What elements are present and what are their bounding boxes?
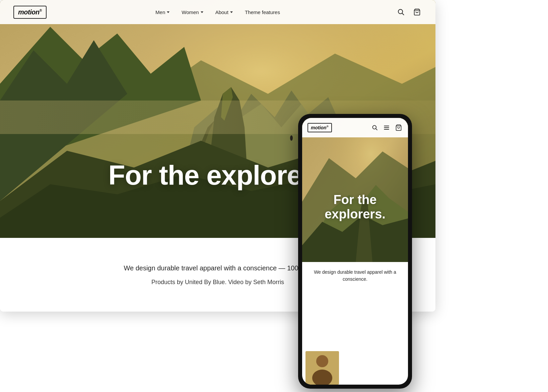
svg-rect-27 xyxy=(302,118,408,262)
mobile-screen: For the explorers. motion® xyxy=(302,118,408,385)
cart-icon xyxy=(395,124,402,131)
mobile-subtext-text: We design durable travel apparel with a … xyxy=(309,269,401,283)
search-icon xyxy=(372,125,378,131)
nav-item-men[interactable]: Men xyxy=(155,9,169,15)
search-icon xyxy=(397,8,405,16)
mobile-nav-icons xyxy=(371,124,403,132)
svg-point-17 xyxy=(398,9,403,14)
cart-icon xyxy=(413,8,421,16)
subtext-primary: We design durable travel apparel with a … xyxy=(124,263,312,273)
desktop-logo[interactable]: motion® xyxy=(13,6,47,19)
mobile-hero: For the explorers. xyxy=(302,118,408,262)
chevron-down-icon xyxy=(167,11,169,13)
mobile-search-button[interactable] xyxy=(371,124,379,131)
subtext-secondary: Products by United By Blue. Video by Set… xyxy=(151,278,284,287)
nav-link-about[interactable]: About xyxy=(215,9,233,15)
svg-point-28 xyxy=(372,125,376,129)
nav-item-about[interactable]: About xyxy=(215,9,233,15)
nav-item-theme-features[interactable]: Theme features xyxy=(245,9,280,15)
mobile-device: For the explorers. motion® xyxy=(298,114,412,389)
nav-item-women[interactable]: Women xyxy=(182,9,203,15)
mobile-cart-button[interactable] xyxy=(395,124,403,132)
mobile-navigation: motion® xyxy=(302,118,408,137)
nav-link-men[interactable]: Men xyxy=(155,9,169,15)
desktop-nav-links: Men Women About Theme features xyxy=(155,9,280,15)
nav-link-women[interactable]: Women xyxy=(182,9,203,15)
hamburger-icon xyxy=(383,124,390,131)
nav-link-theme-features[interactable]: Theme features xyxy=(245,9,280,15)
chevron-down-icon xyxy=(201,11,203,13)
mobile-person-image xyxy=(305,351,339,385)
search-button[interactable] xyxy=(396,7,406,17)
chevron-down-icon xyxy=(230,11,233,13)
desktop-navigation: motion® Men Women About xyxy=(0,0,435,24)
svg-line-18 xyxy=(402,13,404,15)
svg-line-29 xyxy=(376,129,378,130)
mobile-subtext: We design durable travel apparel with a … xyxy=(302,262,408,289)
mobile-logo[interactable]: motion® xyxy=(307,123,332,132)
mobile-menu-button[interactable] xyxy=(383,124,391,132)
cart-button[interactable] xyxy=(412,7,422,17)
mobile-hero-title: For the explorers. xyxy=(302,193,408,222)
desktop-nav-icons xyxy=(396,7,422,17)
svg-point-35 xyxy=(316,355,328,367)
